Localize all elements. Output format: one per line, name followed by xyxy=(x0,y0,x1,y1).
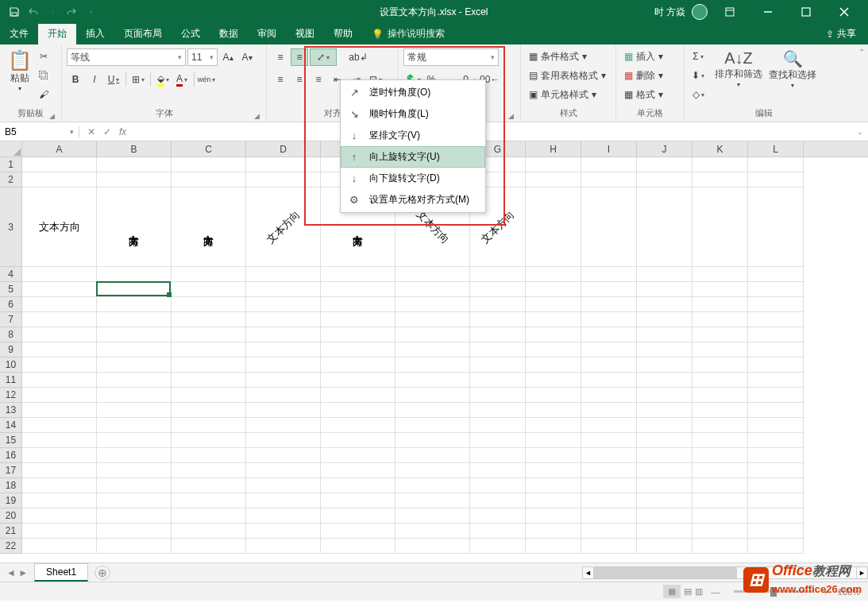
cell[interactable] xyxy=(526,508,581,524)
row-header[interactable]: 5 xyxy=(0,282,21,297)
fx-icon[interactable]: fx xyxy=(119,126,126,137)
cell[interactable] xyxy=(246,327,321,342)
font-name-combo[interactable]: 等线▾ xyxy=(67,48,186,66)
cell[interactable] xyxy=(395,478,470,493)
cell[interactable] xyxy=(97,493,172,508)
cell[interactable] xyxy=(246,157,321,172)
fill-icon[interactable]: ⬇ xyxy=(689,67,707,84)
number-launcher-icon[interactable]: ◢ xyxy=(506,110,515,120)
cell[interactable] xyxy=(637,478,692,493)
cell[interactable] xyxy=(97,157,172,172)
cell[interactable] xyxy=(97,524,172,539)
cell[interactable] xyxy=(321,463,395,478)
cell[interactable] xyxy=(97,508,172,524)
cell[interactable] xyxy=(97,312,172,327)
cell[interactable] xyxy=(22,267,97,282)
cell[interactable] xyxy=(581,388,637,403)
cell[interactable] xyxy=(395,433,470,448)
cell[interactable] xyxy=(172,539,246,554)
cell[interactable] xyxy=(748,282,804,297)
enter-formula-icon[interactable]: ✓ xyxy=(103,126,111,137)
cell[interactable] xyxy=(692,448,748,463)
cell[interactable] xyxy=(395,282,470,297)
cell[interactable] xyxy=(321,478,395,493)
cell[interactable] xyxy=(22,172,97,187)
cell[interactable] xyxy=(748,493,804,508)
row-header[interactable]: 15 xyxy=(0,433,21,448)
cell[interactable] xyxy=(748,172,804,187)
cell[interactable] xyxy=(526,388,581,403)
close-icon[interactable] xyxy=(828,4,860,20)
cell[interactable] xyxy=(748,327,804,342)
cell[interactable] xyxy=(637,187,692,267)
cell[interactable] xyxy=(172,433,246,448)
cell[interactable] xyxy=(748,373,804,388)
orientation-button[interactable]: ⤢ xyxy=(310,48,337,66)
cell[interactable] xyxy=(172,172,246,187)
cell[interactable] xyxy=(22,312,97,327)
cell[interactable] xyxy=(172,508,246,524)
cell[interactable] xyxy=(22,358,97,373)
cell[interactable] xyxy=(470,463,526,478)
cell[interactable] xyxy=(246,403,321,418)
cell[interactable] xyxy=(395,373,470,388)
cell[interactable] xyxy=(581,327,637,342)
cell[interactable] xyxy=(581,187,637,267)
tab-公式[interactable]: 公式 xyxy=(172,23,210,44)
cell-content[interactable]: 文本方向 xyxy=(246,187,321,267)
cell[interactable] xyxy=(748,403,804,418)
cell-styles-button[interactable]: ▣单元格样式 ▾ xyxy=(526,86,609,103)
cell[interactable] xyxy=(637,388,692,403)
user-avatar[interactable] xyxy=(692,4,708,20)
cell[interactable] xyxy=(246,418,321,433)
number-format-combo[interactable]: 常规▾ xyxy=(403,48,499,66)
cell[interactable] xyxy=(470,327,526,342)
cell[interactable] xyxy=(748,157,804,172)
cell[interactable] xyxy=(748,508,804,524)
cell[interactable] xyxy=(470,282,526,297)
cell[interactable] xyxy=(637,172,692,187)
cell[interactable] xyxy=(692,157,748,172)
cell[interactable] xyxy=(692,327,748,342)
cell[interactable] xyxy=(526,373,581,388)
fill-color-icon[interactable]: ⬙ xyxy=(154,71,172,88)
cell[interactable] xyxy=(581,373,637,388)
cell[interactable] xyxy=(748,478,804,493)
column-header[interactable]: K xyxy=(692,141,748,157)
cell[interactable] xyxy=(470,433,526,448)
cell[interactable] xyxy=(692,388,748,403)
cell[interactable] xyxy=(321,388,395,403)
row-header[interactable]: 20 xyxy=(0,508,21,524)
cell[interactable] xyxy=(470,493,526,508)
cell[interactable] xyxy=(692,524,748,539)
collapse-ribbon-icon[interactable]: ⌃ xyxy=(858,48,865,56)
cell[interactable] xyxy=(22,493,97,508)
cell[interactable] xyxy=(321,267,395,282)
cell[interactable] xyxy=(395,342,470,358)
cell[interactable] xyxy=(470,297,526,312)
format-painter-icon[interactable]: 🖌 xyxy=(35,86,52,103)
cell[interactable] xyxy=(172,297,246,312)
column-header[interactable]: B xyxy=(97,141,172,157)
cell[interactable] xyxy=(395,358,470,373)
row-header[interactable]: 22 xyxy=(0,539,21,554)
cell[interactable] xyxy=(246,388,321,403)
clear-icon[interactable]: ◇ xyxy=(689,86,707,103)
cell[interactable] xyxy=(97,358,172,373)
font-launcher-icon[interactable]: ◢ xyxy=(252,110,261,120)
cell[interactable] xyxy=(637,433,692,448)
cell[interactable] xyxy=(692,172,748,187)
cell[interactable] xyxy=(22,342,97,358)
cell[interactable] xyxy=(321,282,395,297)
cell[interactable] xyxy=(470,524,526,539)
sort-filter-button[interactable]: A↓Z 排序和筛选▾ xyxy=(712,48,766,90)
autosum-icon[interactable]: Σ xyxy=(689,48,707,65)
cell[interactable] xyxy=(22,539,97,554)
cell[interactable] xyxy=(22,508,97,524)
cell[interactable] xyxy=(172,373,246,388)
row-header[interactable]: 9 xyxy=(0,342,21,358)
cell[interactable] xyxy=(22,403,97,418)
cell[interactable] xyxy=(748,297,804,312)
cell[interactable] xyxy=(172,478,246,493)
cell[interactable] xyxy=(172,342,246,358)
